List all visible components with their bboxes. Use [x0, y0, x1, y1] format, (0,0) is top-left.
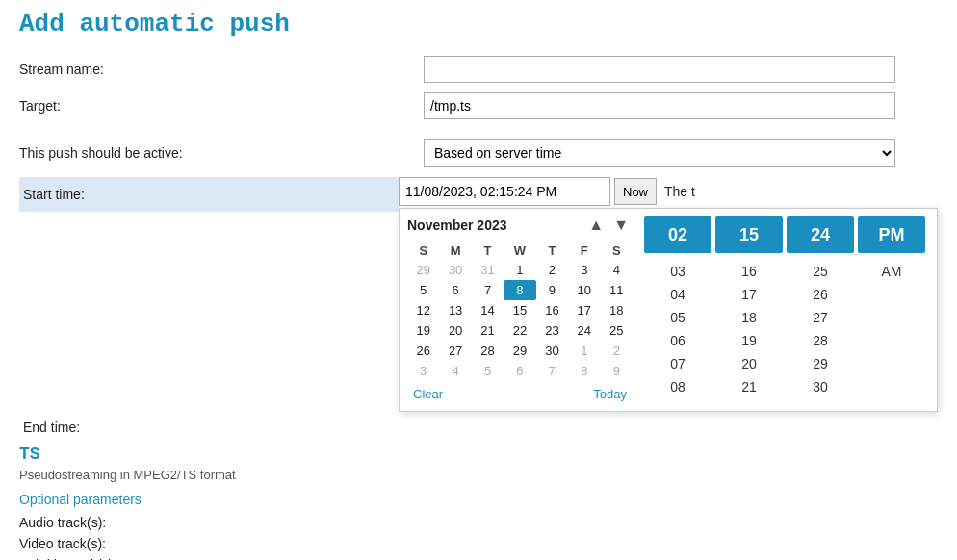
table-row[interactable]: 23 [536, 320, 568, 341]
table-row[interactable]: 29 [504, 341, 535, 361]
weekday-wed: W [504, 242, 535, 260]
table-row[interactable]: 15 [504, 300, 535, 320]
second-30[interactable]: 30 [787, 376, 854, 397]
table-row[interactable]: 5 [472, 361, 504, 381]
table-row[interactable]: 7 [536, 361, 568, 381]
video-track-label: Video track(s): [19, 536, 938, 551]
table-row[interactable]: 28 [472, 341, 504, 361]
table-row[interactable]: 1 [504, 260, 535, 280]
table-row[interactable]: 2 [536, 260, 568, 280]
table-row[interactable]: 8 [504, 280, 535, 300]
table-row[interactable]: 4 [601, 260, 633, 280]
am-option[interactable]: AM [858, 261, 925, 282]
target-label: Target: [19, 98, 424, 114]
table-row[interactable]: 6 [504, 361, 535, 381]
table-row[interactable]: 1 [568, 341, 600, 361]
hour-04[interactable]: 04 [644, 284, 711, 305]
table-row[interactable]: 16 [536, 300, 568, 320]
time-rows-container: 03 04 05 06 07 08 16 17 18 19 [644, 261, 925, 397]
datetime-input[interactable] [399, 177, 610, 206]
table-row[interactable]: 6 [439, 280, 471, 300]
table-row[interactable]: 4 [439, 361, 471, 381]
end-time-row: End time: [19, 418, 938, 437]
now-button[interactable]: Now [614, 178, 657, 205]
table-row[interactable]: 2 [601, 341, 633, 361]
second-28[interactable]: 28 [787, 330, 854, 351]
second-25[interactable]: 25 [787, 261, 854, 282]
cal-week-0: 29 30 31 1 2 3 4 [407, 260, 633, 280]
minute-19[interactable]: 19 [715, 330, 783, 351]
minute-17[interactable]: 17 [715, 284, 783, 305]
minute-16[interactable]: 16 [715, 261, 783, 282]
table-row[interactable]: 9 [536, 280, 568, 300]
table-row[interactable]: 20 [439, 320, 471, 341]
hour-05[interactable]: 05 [644, 307, 711, 328]
table-row[interactable]: 21 [472, 320, 504, 341]
table-row[interactable]: 9 [601, 361, 633, 381]
cal-week-2: 12 13 14 15 16 17 18 [407, 300, 633, 320]
table-row[interactable]: 29 [407, 260, 439, 280]
second-29[interactable]: 29 [787, 353, 854, 374]
ampm-selected-btn[interactable]: PM [858, 216, 925, 253]
page-container: Add automatic push Stream name: Target: … [0, 0, 957, 560]
active-label: This push should be active: [19, 145, 424, 161]
ampm-column: AM [858, 261, 925, 397]
table-row[interactable]: 7 [472, 280, 504, 300]
table-row[interactable]: 22 [504, 320, 535, 341]
table-row[interactable]: 19 [407, 320, 439, 341]
table-row[interactable]: 26 [407, 341, 439, 361]
stream-name-label: Stream name: [19, 62, 424, 77]
weekday-thu: T [536, 242, 568, 260]
minute-18[interactable]: 18 [715, 307, 783, 328]
table-row[interactable]: 17 [568, 300, 600, 320]
table-row[interactable]: 25 [601, 320, 633, 341]
hour-08[interactable]: 08 [644, 376, 711, 397]
calendar-prev-btn[interactable]: ▲ [584, 216, 608, 234]
hour-selected-btn[interactable]: 02 [644, 216, 711, 253]
table-row[interactable]: 11 [601, 280, 633, 300]
optional-title[interactable]: Optional parameters [19, 492, 938, 507]
table-row[interactable]: 27 [439, 341, 471, 361]
calendar-today-btn[interactable]: Today [589, 385, 631, 403]
minute-20[interactable]: 20 [715, 353, 783, 374]
table-row[interactable]: 5 [407, 280, 439, 300]
table-row[interactable]: 12 [407, 300, 439, 320]
stream-name-input[interactable] [424, 56, 895, 83]
target-input[interactable] [424, 92, 895, 119]
second-27[interactable]: 27 [787, 307, 854, 328]
stream-name-row: Stream name: [19, 56, 938, 83]
hour-03[interactable]: 03 [644, 261, 711, 282]
calendar-nav: ▲ ▼ [584, 216, 633, 234]
minute-selected-btn[interactable]: 15 [715, 216, 783, 253]
weekday-mon: M [439, 242, 471, 260]
second-26[interactable]: 26 [787, 284, 854, 305]
calendar-popup: November 2023 ▲ ▼ S M T W [399, 208, 938, 412]
calendar-month-title: November 2023 [407, 217, 507, 233]
table-row[interactable]: 30 [439, 260, 471, 280]
datetime-input-row: Now The t [399, 177, 938, 206]
table-row[interactable]: 8 [568, 361, 600, 381]
minute-21[interactable]: 21 [715, 376, 783, 397]
calendar-next-btn[interactable]: ▼ [609, 216, 633, 234]
hour-06[interactable]: 06 [644, 330, 711, 351]
table-row[interactable]: 10 [568, 280, 600, 300]
hour-07[interactable]: 07 [644, 353, 711, 374]
table-row[interactable]: 13 [439, 300, 471, 320]
calendar-clear-btn[interactable]: Clear [409, 385, 447, 403]
ts-section: TS Pseudostreaming in MPEG2/TS format [19, 445, 938, 482]
calendar-footer: Clear Today [407, 381, 633, 403]
active-select[interactable]: Based on server time Always Never [424, 139, 895, 167]
cal-week-4: 26 27 28 29 30 1 2 [407, 341, 633, 361]
hours-column: 03 04 05 06 07 08 [644, 261, 711, 397]
table-row[interactable]: 3 [568, 260, 600, 280]
seconds-column: 25 26 27 28 29 30 [787, 261, 854, 397]
cal-week-5: 3 4 5 6 7 8 9 [407, 361, 633, 381]
table-row[interactable]: 18 [601, 300, 633, 320]
table-row[interactable]: 31 [472, 260, 504, 280]
second-selected-btn[interactable]: 24 [787, 216, 854, 253]
table-row[interactable]: 30 [536, 341, 568, 361]
table-row[interactable]: 14 [472, 300, 504, 320]
target-row: Target: [19, 92, 938, 119]
table-row[interactable]: 24 [568, 320, 600, 341]
table-row[interactable]: 3 [407, 361, 439, 381]
